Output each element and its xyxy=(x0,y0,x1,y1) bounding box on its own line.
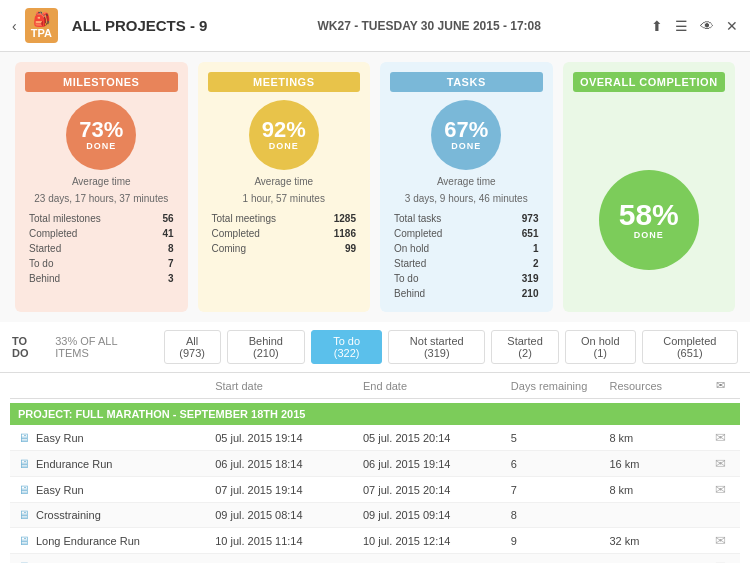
task-table-section: Start date End date Days remaining Resou… xyxy=(0,373,750,563)
task-start: 07 jul. 2015 19:14 xyxy=(215,484,363,496)
page-title: ALL PROJECTS - 9 xyxy=(72,17,208,34)
task-resources: 8 km xyxy=(609,484,708,496)
filter-btn-started[interactable]: Started (2) xyxy=(491,330,559,364)
meetings-avg-label: Average time xyxy=(208,176,361,187)
task-end: 10 jul. 2015 12:14 xyxy=(363,535,511,547)
task-resources: 32 km xyxy=(609,535,708,547)
task-name-cell: 🖥 Easy Run xyxy=(18,431,215,445)
table-row: Total milestones56 xyxy=(27,212,176,225)
table-row: 🖥 Crosstraining 09 jul. 2015 08:14 09 ju… xyxy=(10,503,740,528)
table-row: Behind3 xyxy=(27,272,176,285)
meetings-circle: 92% DONE xyxy=(249,100,319,170)
task-mail[interactable]: ✉ xyxy=(708,456,732,471)
table-row: Behind210 xyxy=(392,287,541,300)
table-row: To do319 xyxy=(392,272,541,285)
stat-label: Total tasks xyxy=(392,212,497,225)
meetings-pct: 92% xyxy=(262,119,306,141)
filter-btn-completed[interactable]: Completed (651) xyxy=(642,330,738,364)
card-tasks: TASKS 67% DONE Average time 3 days, 9 ho… xyxy=(380,62,553,312)
logo-text: TPA xyxy=(31,27,52,39)
table-row: Completed41 xyxy=(27,227,176,240)
stat-value: 210 xyxy=(499,287,541,300)
tasks-stats: Total tasks973 Completed651 On hold1 Sta… xyxy=(390,210,543,302)
task-icon: 🖥 xyxy=(18,483,30,497)
task-name: Long Endurance Run xyxy=(36,535,140,547)
task-days: 7 xyxy=(511,484,610,496)
table-row: Completed1186 xyxy=(210,227,359,240)
stat-label: Total milestones xyxy=(27,212,149,225)
stat-value: 7 xyxy=(151,257,175,270)
completion-done-label: DONE xyxy=(634,230,664,240)
stat-label: Started xyxy=(27,242,149,255)
mail-icon: ✉ xyxy=(715,559,726,563)
col-header-end: End date xyxy=(363,380,511,392)
project-header: PROJECT: FULL MARATHON - SEPTEMBER 18TH … xyxy=(10,403,740,425)
completion-inner: 58% DONE xyxy=(573,100,726,330)
task-mail[interactable]: ✉ xyxy=(708,533,732,548)
stat-label: Completed xyxy=(27,227,149,240)
tasks-avg-value: 3 days, 9 hours, 46 minutes xyxy=(390,193,543,204)
task-name-cell: 🖥 Easy Run xyxy=(18,483,215,497)
table-header: Start date End date Days remaining Resou… xyxy=(10,373,740,399)
task-start: 09 jul. 2015 08:14 xyxy=(215,509,363,521)
table-row: Started2 xyxy=(392,257,541,270)
meetings-circle-container: 92% DONE xyxy=(208,100,361,170)
stat-value: 1285 xyxy=(317,212,358,225)
table-row: To do7 xyxy=(27,257,176,270)
col-header-start: Start date xyxy=(215,380,363,392)
completion-circle: 58% DONE xyxy=(599,170,699,270)
table-row: 🖥 Long Endurance Run 10 jul. 2015 11:14 … xyxy=(10,528,740,554)
header: ‹ 🎒 TPA ALL PROJECTS - 9 WK27 - TUESDAY … xyxy=(0,0,750,52)
stat-label: Total meetings xyxy=(210,212,316,225)
tasks-done-label: DONE xyxy=(451,141,481,151)
task-mail[interactable]: ✉ xyxy=(708,430,732,445)
mail-icon: ✉ xyxy=(715,533,726,548)
filter-btn-todo[interactable]: To do (322) xyxy=(311,330,382,364)
task-days: 5 xyxy=(511,432,610,444)
completion-title: OVERALL COMPLETION xyxy=(573,72,726,92)
filter-btn-all[interactable]: All (973) xyxy=(164,330,221,364)
close-icon[interactable]: ✕ xyxy=(726,18,738,34)
tasks-pct: 67% xyxy=(444,119,488,141)
stat-value: 2 xyxy=(499,257,541,270)
table-row: 🖥 Easy Run 07 jul. 2015 19:14 07 jul. 20… xyxy=(10,477,740,503)
menu-icon[interactable]: ☰ xyxy=(675,18,688,34)
tasks-circle-container: 67% DONE xyxy=(390,100,543,170)
milestones-circle-container: 73% DONE xyxy=(25,100,178,170)
task-name-cell: 🖥 Crosstraining xyxy=(18,508,215,522)
stat-label: Completed xyxy=(392,227,497,240)
task-resources: 8 km xyxy=(609,432,708,444)
task-days: 6 xyxy=(511,458,610,470)
filter-btn-onhold[interactable]: On hold (1) xyxy=(565,330,636,364)
logo-icon: 🎒 xyxy=(33,12,50,27)
milestones-pct: 73% xyxy=(79,119,123,141)
stat-value: 3 xyxy=(151,272,175,285)
stat-label: Behind xyxy=(27,272,149,285)
back-button[interactable]: ‹ xyxy=(12,18,17,34)
task-start: 06 jul. 2015 18:14 xyxy=(215,458,363,470)
stat-value: 319 xyxy=(499,272,541,285)
task-mail[interactable]: ✉ xyxy=(708,482,732,497)
task-icon: 🖥 xyxy=(18,457,30,471)
task-name: Easy Run xyxy=(36,484,84,496)
task-mail[interactable]: ✉ xyxy=(708,559,732,563)
table-row: 🖥 Endurance Run 06 jul. 2015 18:14 06 ju… xyxy=(10,451,740,477)
milestones-title: MILESTONES xyxy=(25,72,178,92)
task-days: 8 xyxy=(511,509,610,521)
milestones-avg-value: 23 days, 17 hours, 37 minutes xyxy=(25,193,178,204)
task-resources: 16 km xyxy=(609,458,708,470)
share-icon[interactable]: ⬆ xyxy=(651,18,663,34)
view-icon[interactable]: 👁 xyxy=(700,18,714,34)
task-icon: 🖥 xyxy=(18,508,30,522)
task-end: 05 jul. 2015 20:14 xyxy=(363,432,511,444)
completion-pct: 58% xyxy=(619,200,679,230)
stat-value: 99 xyxy=(317,242,358,255)
filter-btn-notstarted[interactable]: Not started (319) xyxy=(388,330,485,364)
meetings-avg-value: 1 hour, 57 minutes xyxy=(208,193,361,204)
table-row: 🖥 Easy Run 12 jul. 2015 19:14 12 jul. 20… xyxy=(10,554,740,563)
task-days: 9 xyxy=(511,535,610,547)
task-end: 06 jul. 2015 19:14 xyxy=(363,458,511,470)
task-start: 10 jul. 2015 11:14 xyxy=(215,535,363,547)
stat-label: To do xyxy=(392,272,497,285)
filter-btn-behind[interactable]: Behind (210) xyxy=(227,330,305,364)
